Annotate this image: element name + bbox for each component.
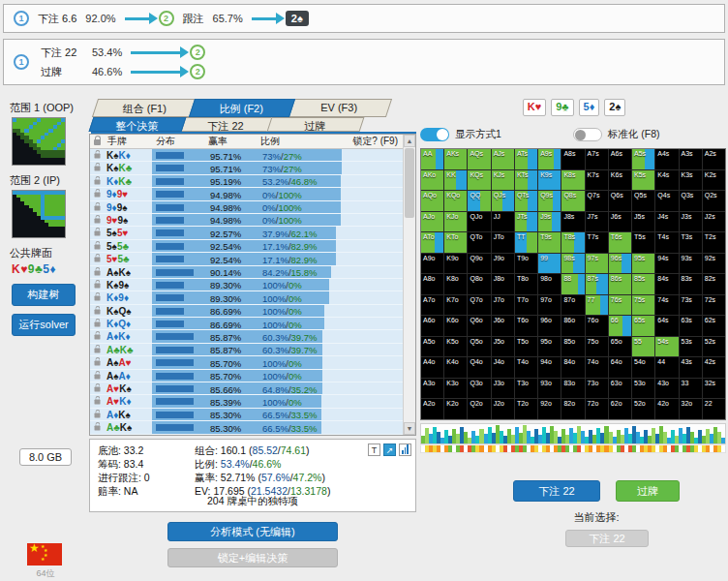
matrix-cell-84o[interactable]: 84o [561, 357, 584, 378]
matrix-cell-96s[interactable]: 96s [609, 254, 631, 274]
matrix-cell-75o[interactable]: 75o [586, 337, 608, 357]
matrix-cell-T8s[interactable]: T8s [561, 232, 584, 253]
range1-thumbnail[interactable] [12, 117, 66, 166]
subtab-0[interactable]: 整个决策 [89, 117, 187, 132]
matrix-cell-Q5o[interactable]: Q5o [468, 337, 490, 357]
matrix-cell-85o[interactable]: 85o [561, 337, 584, 357]
lock-icon[interactable] [95, 322, 101, 327]
matrix-cell-T7s[interactable]: T7s [586, 232, 608, 253]
matrix-cell-87s[interactable]: 87s [586, 274, 608, 294]
matrix-cell-J9o[interactable]: J9o [492, 254, 514, 274]
matrix-cell-Q3o[interactable]: Q3o [468, 379, 490, 399]
lock-icon[interactable] [95, 218, 101, 223]
table-row[interactable]: 9♥9♠94.98%0%/100% [90, 214, 415, 227]
lock-icon[interactable] [95, 179, 101, 184]
board-card-badge[interactable]: 9♣ [551, 99, 573, 116]
matrix-cell-J2s[interactable]: J2s [703, 212, 725, 232]
matrix-cell-J6s[interactable]: J6s [609, 212, 631, 232]
matrix-cell-J8s[interactable]: J8s [561, 212, 584, 232]
table-row[interactable]: 9♦9♥94.98%0%/100% [90, 188, 415, 200]
matrix-cell-K2o[interactable]: K2o [444, 399, 467, 419]
matrix-cell-76s[interactable]: 76s [609, 295, 631, 316]
popout-icon[interactable]: ↗ [383, 443, 396, 456]
matrix-cell-82s[interactable]: 82s [703, 274, 725, 294]
matrix-cell-22[interactable]: 22 [703, 399, 725, 419]
matrix-cell-K4s[interactable]: K4s [655, 170, 678, 191]
matrix-cell-T6o[interactable]: T6o [515, 316, 537, 336]
display-mode-toggle[interactable] [420, 128, 449, 141]
matrix-cell-K8s[interactable]: K8s [561, 170, 584, 191]
matrix-cell-A4o[interactable]: A4o [421, 357, 443, 378]
matrix-cell-97o[interactable]: 97o [538, 295, 561, 316]
tree-action-bet[interactable]: 下注 6.6 [38, 12, 76, 26]
matrix-cell-75s[interactable]: 75s [632, 295, 654, 316]
matrix-cell-93s[interactable]: 93s [680, 254, 702, 274]
equity-distribution-graph[interactable] [420, 423, 726, 444]
header-ratio[interactable]: 比例 [260, 135, 338, 148]
matrix-cell-J8o[interactable]: J8o [492, 274, 514, 294]
matrix-cell-A8s[interactable]: A8s [561, 149, 584, 169]
tree-node-1[interactable]: 1 [14, 54, 29, 70]
matrix-cell-72o[interactable]: 72o [586, 399, 608, 419]
matrix-cell-92o[interactable]: 92o [538, 399, 561, 419]
matrix-cell-86s[interactable]: 86s [609, 274, 631, 294]
matrix-cell-J9s[interactable]: J9s [538, 212, 561, 232]
table-row[interactable]: A♦K♠85.30%66.5%/33.5% [90, 409, 415, 421]
matrix-cell-QQ[interactable]: QQ [468, 191, 490, 211]
matrix-cell-A9o[interactable]: A9o [421, 254, 443, 274]
turn-card-badge[interactable]: 2♠ [286, 11, 309, 26]
matrix-cell-K7o[interactable]: K7o [444, 295, 467, 316]
lock-icon[interactable] [95, 258, 101, 262]
matrix-cell-95s[interactable]: 95s [632, 254, 654, 274]
current-selection-button[interactable]: 下注 22 [565, 530, 649, 547]
matrix-cell-A5o[interactable]: A5o [421, 337, 443, 357]
matrix-cell-KTo[interactable]: KTo [444, 232, 467, 253]
matrix-cell-J7s[interactable]: J7s [586, 212, 608, 232]
matrix-cell-A2o[interactable]: A2o [421, 399, 443, 419]
matrix-cell-73o[interactable]: 73o [586, 379, 608, 399]
table-row[interactable]: 5♠5♥92.57%37.9%/62.1% [90, 227, 415, 239]
matrix-cell-82o[interactable]: 82o [561, 399, 584, 419]
matrix-cell-87o[interactable]: 87o [561, 295, 584, 316]
matrix-cell-T7o[interactable]: T7o [515, 295, 537, 316]
matrix-cell-Q8o[interactable]: Q8o [468, 274, 490, 294]
board-card-badge[interactable]: 5♦ [579, 99, 600, 116]
lock-icon[interactable] [95, 244, 101, 249]
matrix-cell-Q2s[interactable]: Q2s [703, 191, 725, 211]
matrix-cell-33[interactable]: 33 [680, 379, 702, 399]
table-row[interactable]: 5♥5♣92.54%17.1%/82.9% [90, 253, 415, 265]
matrix-cell-77[interactable]: 77 [586, 295, 608, 316]
matrix-cell-AQo[interactable]: AQo [421, 191, 443, 211]
matrix-cell-K9o[interactable]: K9o [444, 254, 467, 274]
matrix-cell-32o[interactable]: 32o [680, 399, 702, 419]
matrix-cell-K5s[interactable]: K5s [632, 170, 654, 191]
header-hand[interactable]: 手牌 [107, 135, 156, 148]
lock-icon[interactable] [95, 348, 101, 352]
lock-icon[interactable] [95, 193, 101, 198]
subtab-2[interactable]: 过牌 [267, 117, 365, 132]
table-row[interactable]: A♣K♠85.30%66.5%/33.5% [90, 421, 415, 434]
board-card-badge[interactable]: K♥ [523, 99, 546, 116]
matrix-cell-QJo[interactable]: QJo [468, 212, 490, 232]
matrix-cell-A4s[interactable]: A4s [655, 149, 678, 169]
matrix-cell-72s[interactable]: 72s [703, 295, 725, 316]
lock-icon[interactable] [95, 309, 101, 314]
analyze-mode-button[interactable]: 分析模式 (无编辑) [167, 522, 338, 541]
matrix-cell-A8o[interactable]: A8o [421, 274, 443, 294]
matrix-cell-K4o[interactable]: K4o [444, 357, 467, 378]
matrix-cell-T5s[interactable]: T5s [632, 232, 654, 253]
matrix-cell-KQs[interactable]: KQs [468, 170, 490, 191]
matrix-cell-JTo[interactable]: JTo [492, 232, 514, 253]
matrix-cell-53o[interactable]: 53o [632, 379, 654, 399]
matrix-cell-52o[interactable]: 52o [632, 399, 654, 419]
table-row[interactable]: K♦Q♦86.69%100%/0% [90, 318, 415, 330]
tree-action-bet[interactable]: 下注 22 [41, 46, 83, 60]
lock-icon[interactable] [95, 231, 101, 236]
matrix-cell-AKs[interactable]: AKs [444, 149, 467, 169]
matrix-cell-55[interactable]: 55 [632, 337, 654, 357]
bet-action-button[interactable]: 下注 22 [513, 480, 600, 502]
matrix-cell-65s[interactable]: 65s [632, 316, 654, 336]
tree-node-2[interactable]: 2 [159, 11, 174, 26]
matrix-cell-JTs[interactable]: JTs [515, 212, 537, 232]
lock-icon[interactable] [95, 386, 101, 391]
